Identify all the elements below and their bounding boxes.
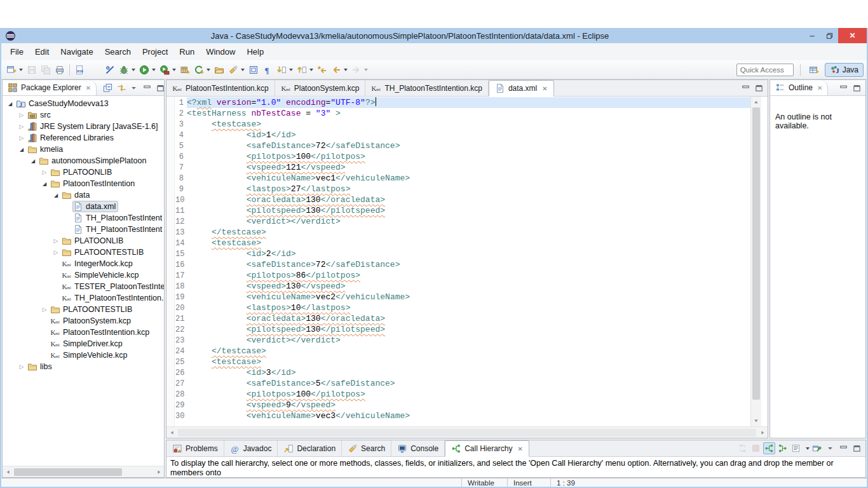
tree-item-platoontestintention[interactable]: ◢PlatoonTestIntention [3, 178, 164, 189]
maximize-view-button[interactable] [154, 82, 166, 94]
tree-item-simplevehicle-kcp[interactable]: KmlSimpleVehicle.kcp [3, 269, 164, 281]
tree-item-platoontestlib[interactable]: ▷PLATOONTESTLIB [3, 304, 164, 315]
hscroll-thumb[interactable] [178, 429, 756, 437]
code-line-27[interactable]: 27 <safeDistance>5</safeDistance> [175, 378, 750, 389]
minimize-view-button[interactable] [837, 442, 850, 454]
editor-tab-platoontestintention-kcp[interactable]: KmlPlatoonTestIntention.kcp [166, 80, 275, 96]
new-class-button[interactable] [192, 62, 212, 78]
twisty-collapsed-icon[interactable]: ▷ [17, 112, 27, 118]
close-tab-icon[interactable]: ✕ [518, 445, 523, 452]
open-perspective-button[interactable] [807, 62, 821, 78]
coverage-button[interactable] [158, 62, 178, 78]
java-perspective-button[interactable]: J Java [825, 63, 864, 77]
tree-item-src[interactable]: ▷src [3, 109, 164, 121]
tree-item-referenced-libraries[interactable]: ▷Referenced Libraries [3, 132, 164, 144]
editor-hscrollbar[interactable] [166, 426, 768, 438]
tree-item-th-platoontestintent[interactable]: TH_PlatoonTestIntent [3, 224, 164, 235]
maximize-view-button[interactable] [851, 442, 863, 454]
maximize-view-button[interactable] [851, 82, 863, 94]
menu-edit[interactable]: Edit [29, 47, 55, 57]
code-line-30[interactable]: 30 <vehiculeName>vec3</vehiculeName> [175, 410, 750, 421]
back-button[interactable] [329, 62, 349, 78]
code-line-13[interactable]: 13 </testcase> [175, 227, 750, 238]
editor-vscrollbar[interactable] [750, 97, 761, 426]
show-caller-hierarchy-button[interactable] [763, 442, 775, 454]
code-line-21[interactable]: 21 <oracledata>130</oracledata> [175, 313, 750, 324]
code-line-9[interactable]: 9 <lastpos>27</lastpos> [175, 184, 750, 194]
refresh-view-button[interactable] [736, 442, 749, 454]
menu-window[interactable]: Window [200, 47, 241, 57]
previous-annotation-button[interactable] [295, 62, 315, 78]
tree-item-platoonsystem-kcp[interactable]: KmlPlatoonSystem.kcp [3, 315, 164, 327]
tree-item-platoonlib[interactable]: ▷PLATOONLIB [3, 235, 164, 247]
twisty-expanded-icon[interactable]: ◢ [17, 147, 27, 152]
tab-declaration[interactable]: Declaration [278, 440, 342, 456]
view-menu-button[interactable] [128, 82, 140, 94]
binary-view-button[interactable]: 010 [72, 62, 86, 78]
code-line-23[interactable]: 23 <verdict></verdict> [175, 335, 750, 346]
hscroll-thumb[interactable] [14, 468, 122, 476]
code-line-6[interactable]: 6 <pilotpos>100</pilotpos> [175, 151, 750, 162]
collapse-all-button[interactable] [102, 82, 114, 94]
code-line-15[interactable]: 15 <id>2</id> [175, 248, 750, 259]
tree-item-simplevehicle-kcp[interactable]: KmlSimpleVehicle.kcp [3, 349, 164, 361]
scroll-down-icon[interactable] [751, 416, 761, 426]
tree-item-autonomoussimpleplatoon[interactable]: ◢autonomousSimplePlatoon [3, 155, 164, 166]
tree-item-kmelia[interactable]: ◢kmelia [3, 144, 164, 155]
tree-item-data[interactable]: ◢data [3, 189, 164, 201]
dropdown-arrow-icon[interactable] [132, 69, 135, 71]
code-line-24[interactable]: 24 </testcase> [175, 346, 750, 356]
tree-item-th-platoontestintent[interactable]: TH_PlatoonTestIntent [3, 212, 164, 224]
code-line-11[interactable]: 11 <pilotspeed>130</pilotspeed> [175, 205, 750, 216]
code-line-1[interactable]: 1<?xml version="1.0" encoding="UTF-8"?> [175, 97, 750, 108]
new-button[interactable] [4, 62, 25, 78]
search-toolbar-button[interactable] [226, 62, 247, 78]
twisty-collapsed-icon[interactable]: ▷ [17, 135, 27, 141]
show-whitespace-button[interactable]: ¶ [261, 62, 275, 78]
tab-call-hierarchy[interactable]: Call Hierarchy✕ [445, 440, 529, 457]
forward-button[interactable] [349, 62, 370, 78]
view-menu-button[interactable] [824, 442, 836, 454]
tab-search[interactable]: Search [342, 440, 391, 456]
code-editor[interactable]: 1<?xml version="1.0" encoding="UTF-8"?>2… [175, 97, 750, 421]
menu-help[interactable]: Help [241, 47, 269, 57]
twisty-expanded-icon[interactable]: ◢ [5, 101, 15, 107]
tab-outline[interactable]: Outline ✕ [770, 80, 828, 95]
code-line-29[interactable]: 29 <vspeed>9</vspeed> [175, 400, 750, 410]
dropdown-arrow-icon[interactable] [344, 69, 348, 71]
tab-problems[interactable]: Problems [166, 440, 224, 456]
save-all-button[interactable] [39, 62, 53, 78]
scroll-right-icon[interactable] [757, 427, 768, 438]
close-tab-icon[interactable]: ✕ [542, 85, 547, 92]
twisty-expanded-icon[interactable]: ◢ [39, 181, 50, 187]
close-icon[interactable]: ✕ [817, 85, 822, 92]
twisty-expanded-icon[interactable]: ◢ [51, 193, 61, 198]
cancel-operation-button[interactable] [750, 442, 762, 454]
editor-tab-th-platoontestintention-kcp[interactable]: KmlTH_PlatoonTestIntention.kcp [365, 80, 488, 96]
code-line-14[interactable]: 14 <testcase> [175, 238, 750, 248]
tab-javadoc[interactable]: @Javadoc [224, 440, 278, 456]
code-line-8[interactable]: 8 <vehiculeName>vec1</vehiculeName> [175, 173, 750, 184]
run-button[interactable] [137, 62, 158, 78]
code-line-19[interactable]: 19 <vehiculeName>vec2</vehiculeName> [175, 292, 750, 302]
code-line-25[interactable]: 25 <testcase> [175, 356, 750, 367]
twisty-collapsed-icon[interactable]: ▷ [39, 306, 50, 313]
print-button[interactable] [53, 62, 67, 78]
tree-item-jre-system-library-javase-1-6[interactable]: ▷JRE System Library [JavaSE-1.6] [3, 121, 164, 132]
tree-item-simpledriver-kcp[interactable]: KmlSimpleDriver.kcp [3, 338, 164, 349]
scroll-right-icon[interactable] [153, 466, 164, 477]
history-list-button[interactable] [790, 442, 802, 454]
minimize-button[interactable] [804, 28, 821, 43]
maximize-editor-button[interactable] [753, 82, 765, 94]
menu-navigate[interactable]: Navigate [55, 47, 98, 57]
tab-console[interactable]: Console [391, 440, 445, 456]
code-line-5[interactable]: 5 <safeDistance>72</safeDistance> [175, 140, 750, 151]
tree-item-casestudymodevva13[interactable]: ◢JCaseStudyModevva13 [3, 98, 164, 109]
code-line-26[interactable]: 26 <id>3</id> [175, 367, 750, 378]
code-line-22[interactable]: 22 <pilotspeed>130</pilotspeed> [175, 324, 750, 335]
dropdown-arrow-icon[interactable] [806, 447, 810, 450]
dropdown-arrow-icon[interactable] [289, 69, 293, 71]
last-edit-location-button[interactable] [315, 62, 329, 78]
code-line-2[interactable]: 2<testHarness nbTestCase = "3" > [175, 108, 750, 119]
minimize-view-button[interactable] [141, 82, 153, 94]
